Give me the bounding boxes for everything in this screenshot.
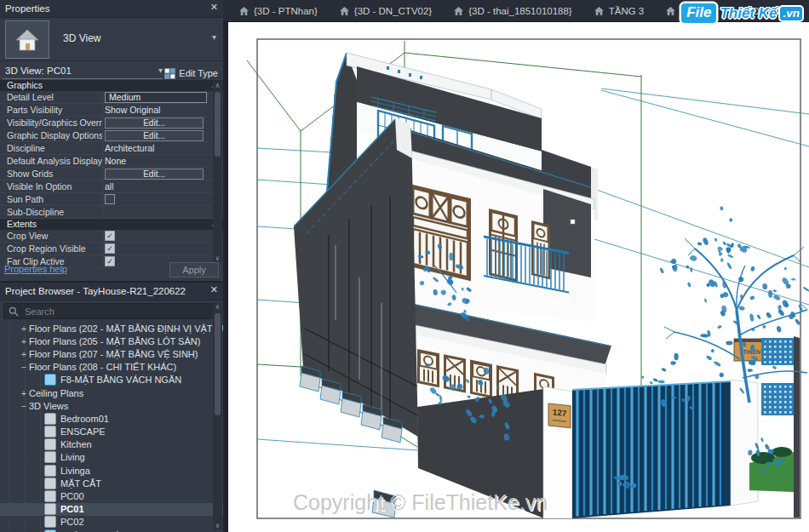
tree-item-floor-plans-207-m-t-b-ng-v-sinh[interactable]: +Floor Plans (207 - MẶT BẰNG VỆ SINH) — [0, 347, 223, 360]
property-sections: Graphics∧Detail LevelMediumParts Visibil… — [0, 80, 223, 268]
checkbox-crop-view[interactable]: ✓ — [105, 231, 115, 241]
tree-item-living[interactable]: Living — [0, 451, 223, 464]
property-row-crop-region-visible[interactable]: Crop Region Visible✓ — [0, 243, 223, 255]
tree-item-pc00[interactable]: PC00 — [0, 489, 223, 502]
close-icon[interactable]: ✕ — [210, 284, 218, 295]
checkbox-crop-region-visible[interactable]: ✓ — [105, 243, 115, 254]
properties-titlebar[interactable]: Properties ✕ — [0, 0, 223, 18]
view-icon — [44, 438, 56, 450]
view-icon-active — [44, 529, 56, 532]
house-thumbnail-icon — [14, 28, 40, 52]
checkbox-sun-path[interactable] — [105, 194, 115, 204]
tree-item-f8-m-t-b-ng-v-ch-ng-n[interactable]: F8-MẶT BẰNG VÁCH NGĂN — [0, 374, 223, 386]
close-icon[interactable]: ✕ — [210, 2, 218, 13]
properties-panel: Properties ✕ 3D View ▾ 3D View: PC01 ▾ — [0, 0, 223, 283]
scroll-up-icon[interactable]: ∧ — [213, 82, 222, 89]
properties-scrollbar[interactable]: ∧ ∨ — [213, 82, 222, 262]
chevron-down-icon[interactable]: ▾ — [158, 61, 163, 80]
tree-item-ceiling-plans[interactable]: +Ceiling Plans — [0, 386, 223, 399]
view-selector-row[interactable]: 3D View: PC01 ▾ Edit Type — [0, 61, 223, 80]
scroll-down-icon[interactable]: ∨ — [213, 255, 222, 262]
tree-item-ph-i-c-nh-b-p[interactable]: Phối Cảnh Bếp — [0, 529, 223, 532]
expand-toggle[interactable]: + — [19, 388, 29, 398]
button-graphic-display-options[interactable]: Edit... — [105, 130, 204, 141]
tree-item-floor-plans-202-m-t-b-ng-nh-v-v-t-d-ng[interactable]: +Floor Plans (202 - MẶT BẰNG ĐỊNH VỊ VẬT… — [0, 322, 223, 335]
browser-scrollbar[interactable]: ∧ ∨ — [213, 303, 222, 529]
ornate-door — [489, 209, 518, 282]
project-tree: +Floor Plans (202 - MẶT BẰNG ĐỊNH VỊ VẬT… — [0, 322, 223, 532]
tree-item-pc02[interactable]: PC02 — [0, 516, 223, 529]
expand-toggle[interactable]: + — [19, 336, 29, 346]
property-row-sub-discipline[interactable]: Sub-Discipline — [0, 206, 223, 219]
property-row-visible-in-option[interactable]: Visible In Optionall — [0, 180, 223, 193]
tree-item-pc01[interactable]: PC01 — [0, 503, 223, 516]
combo-detail-level[interactable]: Medium — [105, 92, 207, 103]
type-selector[interactable]: 3D View ▾ — [0, 18, 223, 61]
selector-underline — [3, 78, 163, 79]
breeze-block-panel — [761, 383, 799, 415]
section-header-extents[interactable]: Extents∧ — [0, 219, 223, 230]
edit-type-icon — [164, 68, 175, 79]
properties-title: Properties — [5, 3, 49, 14]
expand-toggle[interactable]: − — [19, 401, 29, 411]
expand-toggle[interactable]: + — [19, 323, 29, 334]
tree-item-bedroom01[interactable]: Bedroom01 — [0, 412, 223, 425]
property-row-discipline[interactable]: DisciplineArchitectural — [0, 142, 223, 155]
value-discipline: Architectural — [105, 143, 154, 153]
project-browser-title: Project Browser - TayHouse-R21_220622 — [5, 286, 186, 296]
property-row-visibility-graphics-overrid[interactable]: Visibility/Graphics Overrid...Edit... — [0, 117, 223, 129]
tree-item-floor-plans-208-chi-ti-t-kh-c[interactable]: −Floor Plans (208 - CHI TIẾT KHÁC) — [0, 361, 223, 374]
property-row-detail-level[interactable]: Detail LevelMedium — [0, 91, 223, 104]
view-icon — [44, 490, 56, 502]
address-plate: 127 — [548, 403, 571, 428]
expand-toggle[interactable]: − — [19, 362, 29, 372]
apply-button[interactable]: Apply — [169, 262, 219, 277]
property-row-show-grids[interactable]: Show GridsEdit... — [0, 168, 223, 180]
3d-viewport[interactable]: 127 THIÊN PHÚ — [228, 22, 809, 532]
type-label: 3D View — [63, 32, 100, 44]
chevron-down-icon[interactable]: ▾ — [212, 32, 216, 42]
house-model[interactable]: 127 THIÊN PHÚ — [294, 53, 809, 518]
view-icon — [44, 426, 56, 438]
property-row-sun-path[interactable]: Sun Path — [0, 193, 223, 206]
scroll-down-icon[interactable]: ∨ — [213, 522, 222, 529]
watermark-text: Copyright © FileThietKe.vn — [293, 490, 548, 514]
view-tab-t-ng-3[interactable]: TẦNG 3 — [583, 0, 656, 21]
view-tab-3d-ptnhan[interactable]: {3D - PTNhan} — [228, 0, 329, 21]
logo-thietke: Thiết Kế — [720, 5, 777, 22]
view-tab-3d-dn-ctv02[interactable]: {3D - DN_CTV02} — [329, 0, 443, 21]
view-icon-active — [44, 374, 56, 386]
house-icon — [594, 7, 604, 15]
project-browser-titlebar[interactable]: Project Browser - TayHouse-R21_220622 ✕ — [0, 283, 223, 300]
breeze-block-panel — [761, 338, 799, 365]
value-visible-in-option: all — [105, 181, 114, 192]
property-row-parts-visibility[interactable]: Parts VisibilityShow Original — [0, 104, 223, 117]
view-icon — [44, 478, 56, 489]
search-input[interactable] — [23, 306, 215, 317]
svg-text:127: 127 — [553, 408, 567, 419]
button-visibility-graphics-overrid[interactable]: Edit... — [105, 117, 204, 129]
scroll-up-icon[interactable]: ∧ — [213, 303, 222, 311]
property-row-crop-view[interactable]: Crop View✓ — [0, 230, 223, 243]
properties-help-link[interactable]: Properties help — [4, 264, 67, 274]
button-show-grids[interactable]: Edit... — [105, 169, 204, 180]
tree-item-m-t-c-t[interactable]: MẶT CẮT — [0, 477, 223, 489]
edit-type-button[interactable]: Edit Type — [164, 64, 218, 83]
view-selector-label: 3D View: PC01 — [5, 66, 72, 76]
tree-item-livinga[interactable]: Livinga — [0, 464, 223, 477]
tree-item-floor-plans-205-m-t-b-ng-l-t-s-n[interactable]: +Floor Plans (205 - MẶT BẰNG LÓT SÀN) — [0, 335, 223, 347]
house-icon — [454, 7, 463, 15]
tree-item-enscape[interactable]: ENSCAPE — [0, 426, 223, 438]
tree-item-kitchen[interactable]: Kitchen — [0, 438, 223, 451]
property-row-graphic-display-options[interactable]: Graphic Display OptionsEdit... — [0, 129, 223, 142]
property-row-default-analysis-display-s[interactable]: Default Analysis Display S...None — [0, 155, 223, 168]
search-box[interactable] — [3, 303, 220, 319]
search-icon — [9, 306, 19, 317]
view-tab-3d-thai-1851010188[interactable]: {3D - thai_1851010188} — [443, 0, 583, 21]
tree-item-3d-views[interactable]: −3D Views — [0, 399, 223, 412]
house-icon — [666, 7, 675, 15]
properties-footer: Properties help Apply — [0, 262, 223, 277]
expand-toggle[interactable]: + — [19, 349, 29, 359]
house-icon — [340, 7, 349, 15]
left-dock: Properties ✕ 3D View ▾ 3D View: PC01 ▾ — [0, 0, 223, 532]
